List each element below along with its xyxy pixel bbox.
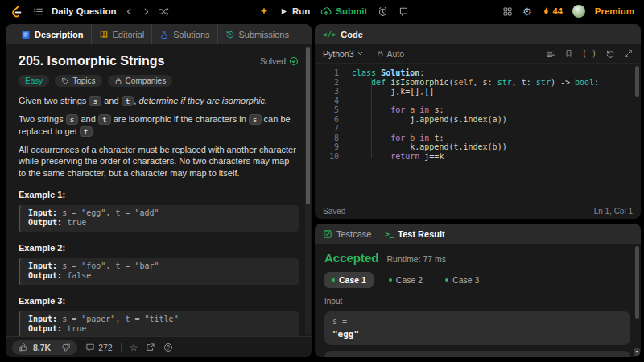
run-button[interactable]: Run	[279, 6, 310, 16]
inline-code: s	[89, 96, 101, 106]
case-button[interactable]: Case 2	[382, 272, 430, 288]
lock-icon	[377, 50, 384, 57]
topics-button[interactable]: Topics	[55, 75, 101, 87]
testcase-field[interactable]: s ="egg"	[324, 311, 630, 345]
input-label: Input:	[28, 315, 62, 323]
case-status-dot	[332, 278, 335, 282]
inline-code: t	[98, 114, 111, 125]
example-heading: Example 3:	[19, 296, 299, 306]
code-token: for	[390, 134, 405, 143]
line-number: 5	[315, 105, 339, 115]
cursor-position: Ln 1, Col 1	[594, 207, 633, 216]
braces-icon[interactable]: ( )	[582, 49, 597, 58]
tab-submissions[interactable]: Submissions	[217, 24, 296, 44]
page-title: 205. Isomorphic Strings	[19, 54, 164, 68]
example-heading: Example 2:	[19, 243, 299, 253]
notes-icon[interactable]	[398, 6, 409, 17]
text-segment: and	[101, 96, 121, 105]
submissions-icon	[225, 30, 235, 39]
code-line: 4	[315, 97, 641, 106]
field-value: "egg"	[332, 329, 622, 339]
debugger-icon[interactable]	[259, 6, 269, 16]
description-icon	[21, 30, 31, 39]
gear-icon[interactable]: ⚙	[522, 6, 532, 17]
line-number: 8	[315, 134, 339, 143]
field-name: t =	[332, 356, 622, 357]
case-buttons: Case 1Case 2Case 3	[324, 272, 630, 288]
case-label: Case 1	[339, 275, 366, 285]
tab-testcase[interactable]: Testcase	[323, 229, 371, 239]
code-token: Solution	[381, 68, 419, 78]
code-token: , s:	[473, 78, 497, 88]
comments-button[interactable]: 272	[85, 343, 113, 352]
daily-question-link[interactable]: Daily Question	[52, 6, 117, 16]
code-token: j,k=[],[]	[352, 87, 434, 97]
check-circle-icon	[289, 56, 299, 66]
timer-icon[interactable]	[378, 6, 388, 17]
code-line: 5 for a in s:	[315, 105, 641, 115]
vote-pill[interactable]: 8.7K	[12, 340, 77, 355]
input-label: Input:	[28, 261, 62, 270]
format-code-icon[interactable]	[546, 49, 555, 59]
tab-editorial[interactable]: Editorial	[91, 24, 152, 44]
example-output: Output: true	[28, 324, 291, 335]
reset-code-icon[interactable]	[605, 49, 615, 59]
inline-code: s	[249, 114, 262, 125]
top-bar: Daily Question Run Submit	[0, 0, 644, 23]
testcase-scrollbar[interactable]	[635, 246, 639, 319]
case-button[interactable]: Case 1	[324, 272, 374, 288]
star-icon[interactable]: ☆	[130, 343, 138, 352]
bookmark-icon[interactable]	[564, 49, 573, 58]
help-icon[interactable]	[163, 343, 173, 352]
code-line: 1class Solution:	[315, 68, 641, 78]
example-block: Input: s = "foo", t = "bar"Output: false	[19, 258, 299, 285]
difficulty-badge: Easy	[19, 75, 49, 87]
shuffle-icon[interactable]	[159, 6, 169, 17]
avatar[interactable]	[572, 5, 585, 18]
companies-button[interactable]: Companies	[108, 75, 173, 87]
example-input: Input: s = "egg", t = "add"	[28, 208, 291, 219]
runtime-label: Runtime: 77 ms	[387, 254, 447, 264]
leetcode-logo[interactable]	[10, 5, 23, 18]
submit-button[interactable]: Submit	[320, 6, 367, 17]
example-heading: Example 1:	[19, 190, 299, 200]
problem-list-icon[interactable]	[33, 6, 43, 17]
code-token: class	[352, 68, 381, 78]
line-number: 7	[315, 124, 339, 134]
testcase-field[interactable]: t ="add"	[324, 351, 630, 357]
line-number: 2	[315, 78, 339, 88]
language-select[interactable]: Python3	[323, 49, 364, 59]
cloud-upload-icon	[320, 6, 332, 17]
code-editor[interactable]: 1class Solution:2 def isIsomorphic(self,…	[315, 64, 641, 203]
case-button[interactable]: Case 3	[438, 272, 486, 288]
field-name: s =	[332, 317, 622, 326]
problem-description: 205. Isomorphic Strings Solved Easy Topi…	[6, 44, 304, 336]
premium-link[interactable]: Premium	[595, 6, 634, 16]
tab-label: Editorial	[113, 30, 145, 39]
output-label: Output:	[28, 324, 67, 333]
share-icon[interactable]	[146, 343, 155, 352]
tab-solutions[interactable]: Solutions	[151, 24, 217, 44]
output-label: Output:	[28, 218, 67, 227]
code-token: , t:	[512, 78, 536, 88]
tab-description[interactable]: Description	[14, 24, 91, 44]
autocomplete-toggle[interactable]: Auto	[377, 49, 405, 59]
case-status-dot	[389, 278, 392, 282]
streak-counter[interactable]: 44	[542, 6, 563, 17]
code-token: def	[371, 78, 390, 88]
expand-icon[interactable]	[624, 49, 633, 58]
text-segment: All occurrences of a character must be r…	[19, 145, 296, 178]
scrollbar-down-arrow[interactable]: ▾	[634, 348, 640, 356]
problem-footer: 8.7K 272 ☆	[6, 336, 312, 357]
prev-question-icon[interactable]	[125, 7, 134, 16]
next-question-icon[interactable]	[142, 7, 151, 16]
code-line: 2 def isIsomorphic(self, s: str, t: str)…	[315, 78, 641, 88]
tab-code[interactable]: </> Code	[323, 30, 363, 39]
editor-scrollbar[interactable]	[635, 66, 639, 97]
tab-test-result[interactable]: >_ Test Result	[385, 229, 444, 239]
code-token: :	[419, 68, 424, 78]
code-token: (s.	[448, 115, 463, 125]
code-token: t:	[429, 134, 444, 143]
layout-icon[interactable]	[502, 6, 513, 17]
problem-scrollbar[interactable]	[305, 46, 311, 335]
